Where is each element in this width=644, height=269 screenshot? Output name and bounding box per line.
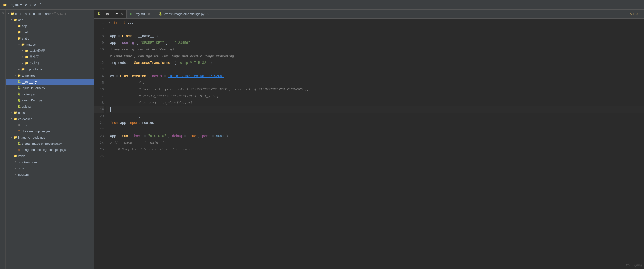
sidebar-item-erlonghu[interactable]: 📁 二龙湖浩哥 xyxy=(6,48,94,54)
sidebar-item-static[interactable]: 📁 static xyxy=(6,35,94,41)
l12-content: img_model = SentenceTransformer ( 'clip-… xyxy=(108,59,212,66)
code-line-18: # ca_certs='app/conf/ca.crt' xyxy=(106,99,644,106)
folder-icon-image-embeddings: 📁 xyxy=(13,135,17,139)
more-icon[interactable]: ⋮ xyxy=(39,2,43,7)
py-icon-searchform: 🐍 xyxy=(17,98,21,102)
tab-my-md[interactable]: M↓ my.md ✕ xyxy=(127,9,155,18)
sidebar-item-root[interactable]: 📁 flask-elastic-image-search ~/Pycharm xyxy=(6,10,94,17)
tab-init-py[interactable]: 🐍 __init__.py ✕ xyxy=(94,9,127,18)
sidebar-item-flaskenv[interactable]: ≡ flaskenv xyxy=(6,171,94,178)
yml-icon: Y xyxy=(17,129,21,133)
sidebar-item-utils[interactable]: 🐍 utils.py xyxy=(6,103,94,109)
code-line-23: app . run ( host = "0.0.0.0" , debug = T… xyxy=(106,133,644,140)
env2-label: .env xyxy=(18,167,24,170)
import-ellipsis: ... xyxy=(128,19,133,26)
sidebar-item-dockerignore[interactable]: ≡ .dockerignore xyxy=(6,159,94,165)
sidebar-item-conf[interactable]: 📁 conf xyxy=(6,29,94,35)
create-embeddings-label: create-image-embeddings.py xyxy=(22,142,62,145)
folder-icon-app-sub: 📁 xyxy=(17,24,21,28)
arrow-songxiaobao xyxy=(21,55,24,58)
close-icon[interactable]: ✕ xyxy=(34,2,36,7)
project-title: Project xyxy=(8,3,19,7)
arrow-tmp xyxy=(17,68,20,71)
static-label: static xyxy=(22,37,29,40)
code-line-10: # app.config.from_object(Config) xyxy=(106,46,644,53)
l20-content: ) xyxy=(108,113,140,119)
l8-content: app = Flask ( __name__ ) xyxy=(108,33,158,39)
title-bar: 📁 Project ▾ ⊕ ◇ ✕ ⋮ — xyxy=(0,0,644,9)
flaskenv-label: flaskenv xyxy=(18,173,30,176)
tmp-label: tmp-uploads xyxy=(26,68,43,71)
code-line-17: # verify_certs= app.config['VERIFY_TLS']… xyxy=(106,93,644,99)
warning-icon-1: ⚠ xyxy=(630,12,632,16)
sidebar-item-app[interactable]: 📁 app xyxy=(6,17,94,23)
project-label[interactable]: 📁 Project ▾ xyxy=(3,3,22,7)
py-icon-init: 🐍 xyxy=(17,80,21,84)
sidebar-item-searchform[interactable]: 🐍 searchForm.py xyxy=(6,97,94,103)
code-line-21: from app import routes xyxy=(106,119,644,126)
sidebar-item-inputfileform[interactable]: 🐍 inputFileForm.py xyxy=(6,85,94,91)
venv-label: venv xyxy=(18,154,24,158)
env-icon: ≡ xyxy=(17,123,21,127)
tab-create-embeddings[interactable]: 🐍 create-image-embeddings.py ✕ xyxy=(155,9,213,18)
warning-count-1: 1 xyxy=(633,12,634,16)
settings-icon[interactable]: ⚙ xyxy=(0,10,5,15)
sidebar-item-image-embeddings[interactable]: 📁 image_embeddings xyxy=(6,134,94,140)
sidebar-item-app-sub[interactable]: 📁 app xyxy=(6,23,94,29)
sidebar-item-songxiaobao[interactable]: 📁 宋小宝 xyxy=(6,54,94,60)
folder-icon-docs: 📁 xyxy=(13,111,17,114)
l15-content: # , xyxy=(108,79,144,86)
env-label: .env xyxy=(22,123,28,127)
sidebar-item-templates[interactable]: 📁 templates xyxy=(6,72,94,79)
folder-icon-root: 📁 xyxy=(10,12,14,15)
sidebar-item-routes[interactable]: 🐍 routes.py xyxy=(6,91,94,97)
sidebar-item-embeddings-json[interactable]: {} image-embeddings-mappings.json xyxy=(6,147,94,153)
sidebar-item-create-embeddings[interactable]: 🐍 create-image-embeddings.py xyxy=(6,140,94,147)
main-layout: ⚙ 📁 flask-elastic-image-search ~/Pycharm… xyxy=(0,9,644,269)
sidebar-item-env2[interactable]: ≡ .env xyxy=(6,165,94,171)
fold-arrow-1[interactable]: ▶ xyxy=(108,21,111,24)
sidebar-item-venv[interactable]: 📁 venv xyxy=(6,153,94,159)
minimize-icon[interactable]: — xyxy=(45,2,48,7)
sidebar-item-env[interactable]: ≡ .env xyxy=(6,122,94,128)
globe-icon[interactable]: ⊕ xyxy=(25,2,27,7)
code-line-13 xyxy=(106,66,644,73)
code-line-11: # Load model, run against the image and … xyxy=(106,53,644,59)
warning-2: ⚠ 2 xyxy=(636,12,641,16)
code-line-7 xyxy=(106,26,644,33)
code-content[interactable]: ▶ import ... app = Flask ( __name__ xyxy=(106,18,644,269)
sidebar-item-tmp-uploads[interactable]: 📁 tmp-uploads xyxy=(6,66,94,72)
sidebar-item-docs[interactable]: 📁 docs xyxy=(6,109,94,116)
folder-icon-es-docker: 📁 xyxy=(13,117,17,121)
folder-icon-songxiaobao: 📁 xyxy=(25,55,28,59)
env2-icon: ≡ xyxy=(13,166,17,170)
sidebar-item-es-docker[interactable]: 📁 es-docker xyxy=(6,116,94,122)
l11-content: # Load model, run against the image and … xyxy=(108,53,234,59)
searchform-label: searchForm.py xyxy=(22,99,43,102)
embeddings-json-label: image-embeddings-mappings.json xyxy=(22,148,69,152)
arrow-es-docker xyxy=(10,117,13,120)
watermark: CSDN @哈哈 xyxy=(626,264,642,267)
diamond-icon[interactable]: ◇ xyxy=(29,2,32,7)
warning-count-2: 2 xyxy=(640,12,641,16)
sidebar-item-images[interactable]: 📁 images xyxy=(6,41,94,48)
templates-label: templates xyxy=(22,74,35,77)
tab-close-init[interactable]: ✕ xyxy=(121,12,123,15)
sidebar-item-init-py[interactable]: 🐍 __init__.py xyxy=(6,79,94,85)
code-editor[interactable]: 1 7 8 9 10 11 12 13 14 15 16 17 18 19 20… xyxy=(94,18,644,269)
sidebar-item-xiaoshenyang[interactable]: 📁 小沈阳 xyxy=(6,60,94,66)
code-line-1: ▶ import ... xyxy=(106,19,644,26)
arrow-templates xyxy=(13,74,17,77)
code-line-15: # , xyxy=(106,79,644,86)
songxiaobao-label: 宋小宝 xyxy=(30,55,39,59)
folder-icon-app: 📁 xyxy=(13,18,17,22)
tab-close-create[interactable]: ✕ xyxy=(207,12,210,16)
sidebar-item-docker-compose[interactable]: Y docker-compose.yml xyxy=(6,128,94,134)
flaskenv-icon: ≡ xyxy=(13,173,17,176)
arrow-app-sub xyxy=(13,24,17,28)
folder-icon-conf: 📁 xyxy=(17,30,21,34)
json-icon: {} xyxy=(17,148,21,152)
arrow-conf xyxy=(13,30,17,34)
warning-bar: ⚠ 1 ⚠ 2 xyxy=(626,9,644,18)
tab-close-md[interactable]: ✕ xyxy=(148,12,150,16)
